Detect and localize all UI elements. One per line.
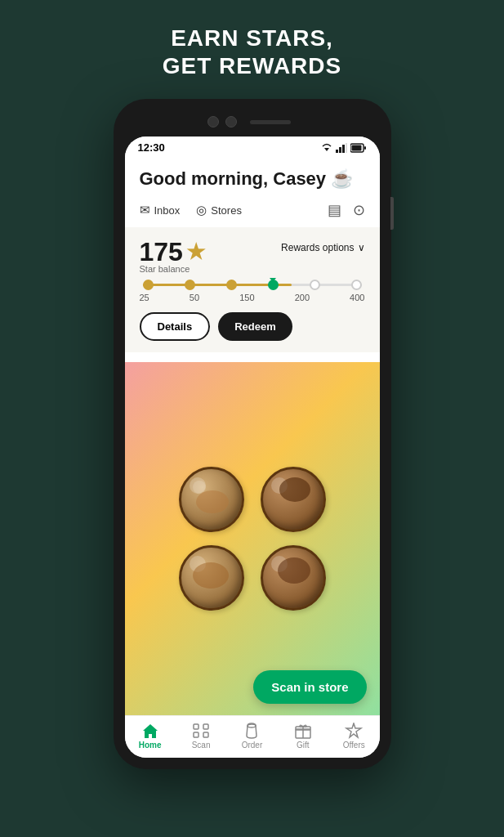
star-icon-gold: ★: [186, 239, 205, 265]
stars-number: 175: [140, 237, 183, 267]
label-150: 150: [239, 293, 254, 302]
pastry-row-bottom: [179, 545, 326, 611]
progress-dot-current: [268, 280, 279, 290]
star-balance-label: Star balance: [140, 264, 205, 274]
svg-rect-8: [194, 724, 198, 729]
nav-right-icons: ▤ ⊙: [328, 201, 365, 219]
tab-home-label: Home: [139, 741, 162, 750]
svg-point-12: [248, 724, 256, 727]
tab-gift[interactable]: Gift: [282, 721, 324, 751]
svg-rect-6: [364, 146, 366, 150]
profile-icon[interactable]: ⊙: [353, 201, 365, 219]
bottom-nav: Home Scan Order: [125, 715, 380, 758]
tab-offers[interactable]: Offers: [332, 721, 375, 751]
rewards-options-button[interactable]: Rewards options ∨: [281, 242, 364, 253]
battery-icon: [350, 143, 367, 153]
greeting-emoji: ☕: [331, 168, 353, 190]
order-icon: [243, 723, 261, 739]
tab-order[interactable]: Order: [230, 721, 273, 751]
label-25: 25: [140, 293, 149, 302]
svg-rect-9: [203, 724, 208, 729]
label-200: 200: [295, 293, 310, 302]
phone-side-button: [390, 197, 394, 230]
pastry-row-top: [179, 467, 326, 532]
tab-home[interactable]: Home: [129, 721, 172, 751]
progress-dot-150: [226, 280, 237, 290]
svg-rect-4: [346, 143, 347, 153]
rewards-options-label: Rewards options: [281, 242, 354, 253]
progress-dot-50: [185, 280, 195, 290]
greeting-section: Good morning, Casey ☕: [125, 157, 380, 196]
status-time: 12:30: [138, 141, 165, 154]
svg-marker-16: [346, 723, 361, 737]
svg-marker-0: [324, 148, 329, 151]
camera-lens-1: [207, 116, 219, 128]
pastry-display: [179, 467, 326, 611]
status-bar: 12:30: [125, 137, 380, 157]
svg-rect-11: [203, 732, 208, 737]
action-buttons: Details Redeem: [140, 312, 365, 341]
top-nav-row: ✉ Inbox ◎ Stores ▤ ⊙: [125, 196, 380, 224]
stars-header: 175 ★ Star balance Rewards options ∨: [140, 237, 365, 274]
gift-icon: [294, 723, 312, 739]
stores-label: Stores: [211, 204, 242, 217]
progress-dots: [143, 280, 362, 290]
tab-gift-label: Gift: [297, 741, 310, 750]
phone-cameras: [207, 116, 297, 128]
progress-dot-200: [310, 280, 320, 290]
pastry-3: [179, 545, 244, 611]
status-icons: [321, 143, 367, 153]
stars-section: 175 ★ Star balance Rewards options ∨: [125, 227, 380, 352]
offers-icon: [345, 723, 363, 739]
pastry-1: [179, 467, 244, 532]
phone-screen: 12:30: [125, 137, 380, 758]
tab-scan-label: Scan: [192, 741, 211, 750]
tab-offers-label: Offers: [343, 741, 365, 750]
svg-rect-10: [194, 732, 198, 737]
chevron-down-icon: ∨: [358, 242, 365, 253]
header-line2: GET REWARDS: [163, 53, 341, 78]
signal-icon: [336, 143, 347, 153]
label-50: 50: [190, 293, 199, 302]
phone-notch: [125, 110, 380, 133]
greeting-text: Good morning, Casey ☕: [140, 168, 365, 190]
food-card: Scan in store: [125, 362, 380, 715]
tab-order-label: Order: [242, 741, 263, 750]
stars-count-container: 175 ★ Star balance: [140, 237, 205, 274]
stores-icon: ◎: [196, 203, 207, 217]
phone-mockup: 12:30: [114, 99, 391, 769]
progress-track: [143, 284, 362, 286]
screen-content: Good morning, Casey ☕ ✉ Inbox ◎ Stores ▤…: [125, 157, 380, 715]
svg-rect-7: [351, 145, 361, 150]
page-header: EARN STARS, GET REWARDS: [163, 25, 341, 79]
pastry-2: [261, 467, 326, 532]
progress-dot-400: [351, 280, 362, 290]
redeem-button[interactable]: Redeem: [218, 312, 292, 341]
svg-rect-1: [336, 150, 338, 153]
svg-rect-3: [342, 145, 345, 153]
details-button[interactable]: Details: [140, 312, 211, 341]
stores-nav-item[interactable]: ◎ Stores: [196, 203, 242, 217]
food-card-background: [125, 362, 380, 715]
inbox-label: Inbox: [154, 204, 181, 217]
tab-scan[interactable]: Scan: [180, 721, 222, 751]
stars-count: 175 ★: [140, 237, 205, 267]
scan-in-store-button[interactable]: Scan in store: [253, 670, 366, 704]
wifi-icon: [321, 143, 332, 153]
speaker-bar: [250, 120, 291, 124]
greeting-message: Good morning, Casey: [140, 168, 327, 190]
home-icon: [141, 723, 159, 739]
inbox-icon: ✉: [140, 203, 150, 217]
pastry-4: [261, 545, 326, 611]
card-icon[interactable]: ▤: [328, 201, 341, 219]
inbox-nav-item[interactable]: ✉ Inbox: [140, 203, 181, 217]
label-400: 400: [350, 293, 364, 302]
camera-lens-2: [225, 116, 237, 128]
progress-labels: 25 50 150 200 400: [140, 293, 365, 302]
progress-section: 25 50 150 200 400: [140, 284, 365, 302]
scan-icon: [192, 723, 210, 739]
svg-rect-2: [339, 147, 341, 153]
progress-dot-25: [143, 280, 154, 290]
header-line1: EARN STARS,: [171, 25, 333, 51]
